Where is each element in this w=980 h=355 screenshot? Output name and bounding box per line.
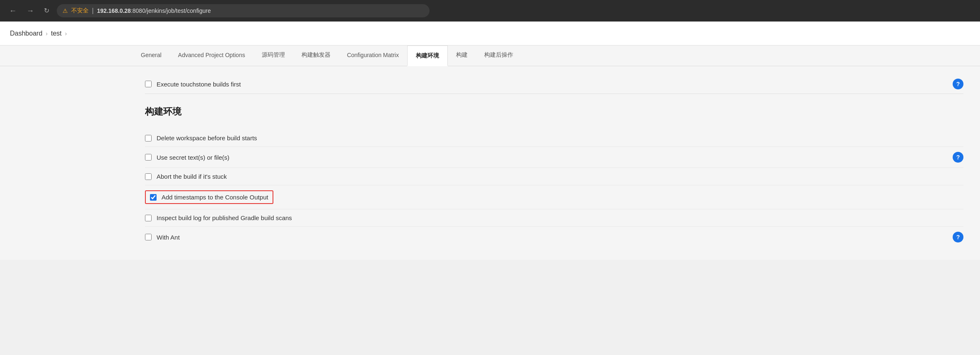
url-text: 192.168.0.28:8080/jenkins/job/test/confi… bbox=[97, 7, 211, 14]
delete-workspace-label[interactable]: Delete workspace before build starts bbox=[145, 134, 257, 142]
tab-post-build[interactable]: 构建后操作 bbox=[476, 45, 521, 66]
forward-button[interactable]: → bbox=[24, 5, 36, 16]
execute-touchstone-label[interactable]: Execute touchstone builds first bbox=[145, 81, 241, 88]
checkbox-row-abort-stuck: Abort the build if it's stuck bbox=[145, 168, 963, 185]
use-secret-help[interactable]: ? bbox=[953, 152, 963, 163]
execute-touchstone-help[interactable]: ? bbox=[953, 79, 963, 89]
content-area: Execute touchstone builds first ? 构建环境 D… bbox=[133, 66, 980, 260]
abort-stuck-checkbox[interactable] bbox=[145, 173, 152, 180]
sidebar-space bbox=[0, 66, 133, 260]
inspect-gradle-label[interactable]: Inspect build log for published Gradle b… bbox=[145, 214, 292, 221]
breadcrumb-sep2: › bbox=[65, 30, 67, 37]
tab-advanced-project-options[interactable]: Advanced Project Options bbox=[170, 45, 253, 66]
with-ant-checkbox[interactable] bbox=[145, 234, 152, 240]
address-bar[interactable]: ⚠ 不安全 | 192.168.0.28:8080/jenkins/job/te… bbox=[57, 4, 430, 17]
tab-build-triggers[interactable]: 构建触发器 bbox=[293, 45, 339, 66]
use-secret-checkbox[interactable] bbox=[145, 154, 152, 161]
use-secret-label[interactable]: Use secret text(s) or file(s) bbox=[145, 154, 229, 161]
add-timestamps-highlight: Add timestamps to the Console Output bbox=[145, 190, 273, 204]
checkbox-row-delete-workspace: Delete workspace before build starts bbox=[145, 130, 963, 147]
execute-touchstone-checkbox[interactable] bbox=[145, 81, 152, 87]
main-content: Execute touchstone builds first ? 构建环境 D… bbox=[0, 66, 980, 260]
checkbox-row-use-secret: Use secret text(s) or file(s) ? bbox=[145, 147, 963, 168]
with-ant-help[interactable]: ? bbox=[953, 232, 963, 242]
tab-build-env[interactable]: 构建环境 bbox=[407, 46, 448, 66]
breadcrumb-test[interactable]: test bbox=[51, 30, 62, 37]
insecure-label: 不安全 bbox=[71, 7, 89, 14]
breadcrumb-dashboard[interactable]: Dashboard bbox=[10, 30, 42, 37]
add-timestamps-checkbox[interactable] bbox=[150, 194, 157, 201]
abort-stuck-label[interactable]: Abort the build if it's stuck bbox=[145, 173, 227, 180]
inspect-gradle-checkbox[interactable] bbox=[145, 215, 152, 221]
tab-general[interactable]: General bbox=[133, 45, 170, 66]
add-timestamps-label[interactable]: Add timestamps to the Console Output bbox=[150, 194, 268, 201]
browser-chrome: ← → ↻ ⚠ 不安全 | 192.168.0.28:8080/jenkins/… bbox=[0, 0, 980, 22]
checkbox-row-inspect-gradle: Inspect build log for published Gradle b… bbox=[145, 209, 963, 227]
tab-source-management[interactable]: 源码管理 bbox=[253, 45, 293, 66]
breadcrumb: Dashboard › test › bbox=[0, 22, 980, 46]
checkbox-row-with-ant: With Ant ? bbox=[145, 227, 963, 247]
section-title: 构建环境 bbox=[145, 94, 963, 125]
breadcrumb-sep1: › bbox=[46, 30, 48, 37]
checkbox-row-add-timestamps: Add timestamps to the Console Output bbox=[145, 185, 963, 209]
tab-build[interactable]: 构建 bbox=[448, 45, 476, 66]
execute-touchstone-row: Execute touchstone builds first ? bbox=[145, 74, 963, 94]
warning-icon: ⚠ bbox=[63, 7, 68, 14]
refresh-button[interactable]: ↻ bbox=[41, 6, 52, 16]
checkboxes-section: Delete workspace before build starts Use… bbox=[145, 125, 963, 252]
tabs-bar: General Advanced Project Options 源码管理 构建… bbox=[0, 46, 980, 66]
tab-configuration-matrix[interactable]: Configuration Matrix bbox=[339, 45, 407, 66]
with-ant-label[interactable]: With Ant bbox=[145, 234, 180, 241]
back-button[interactable]: ← bbox=[7, 5, 19, 16]
url-separator: | bbox=[92, 7, 94, 14]
delete-workspace-checkbox[interactable] bbox=[145, 135, 152, 142]
